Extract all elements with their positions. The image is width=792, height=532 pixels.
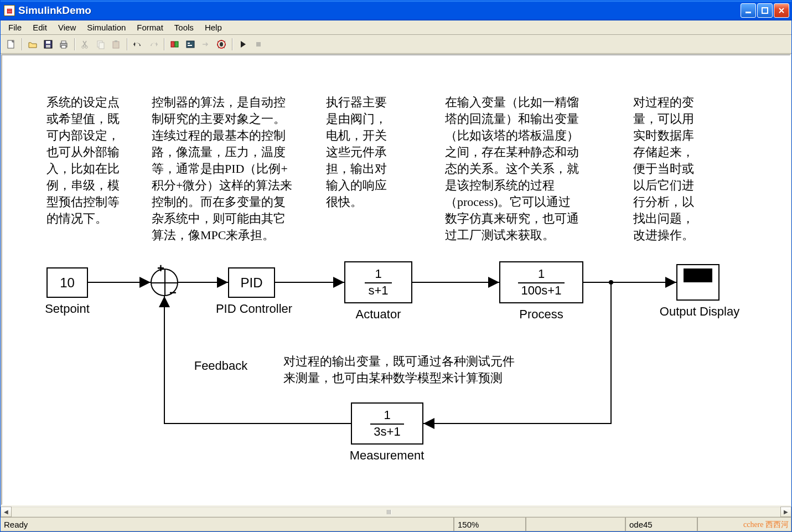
titlebar[interactable]: ▤ SimulinkDemo [1, 1, 791, 20]
svg-rect-16 [175, 42, 178, 47]
measurement-numerator: 1 [384, 408, 390, 423]
svg-point-28 [609, 280, 613, 285]
horizontal-scrollbar[interactable]: ◀ ▶ [1, 506, 791, 517]
paste-icon[interactable] [109, 37, 123, 51]
toolbar-separator [127, 38, 127, 50]
block-pid[interactable]: PID [228, 267, 275, 298]
toolbar-separator [232, 38, 232, 50]
label-feedback: Feedback [188, 359, 254, 373]
watermark: cchere 西西河 [743, 520, 789, 530]
save-icon[interactable] [41, 37, 55, 51]
svg-rect-19 [188, 45, 192, 46]
window-buttons [741, 3, 789, 18]
sum-minus-sign: − [169, 286, 177, 300]
svg-rect-12 [99, 43, 104, 49]
block-measurement[interactable]: 1 3s+1 [351, 402, 423, 445]
process-denominator: 100s+1 [518, 282, 565, 298]
status-ready: Ready [1, 518, 454, 531]
window-title: SimulinkDemo [18, 4, 741, 17]
svg-rect-1 [762, 8, 768, 13]
label-pid: PID Controller [213, 302, 296, 316]
library-browser-icon[interactable] [168, 37, 182, 51]
status-grip: cchere 西西河 [697, 518, 791, 531]
annotation-process[interactable]: 在输入变量（比如一精馏 塔的回流量）和输出变量 （比如该塔的塔板温度） 之间，存… [445, 94, 605, 244]
undo-icon[interactable] [131, 37, 145, 51]
open-icon[interactable] [25, 37, 40, 51]
annotation-measurement[interactable]: 对过程的输出变量，既可通过各种测试元件 来测量，也可由某种数学模型来计算预测 [283, 353, 549, 386]
pid-text: PID [240, 275, 262, 291]
menu-simulation[interactable]: Simulation [81, 22, 131, 33]
print-icon[interactable] [56, 37, 71, 51]
minimize-button[interactable] [741, 3, 756, 18]
svg-rect-13 [113, 42, 119, 48]
app-window: ▤ SimulinkDemo File Edit View Simulation… [0, 0, 792, 532]
copy-icon[interactable] [94, 37, 108, 51]
toolbar-separator [22, 38, 22, 50]
measurement-denominator: 3s+1 [370, 423, 403, 439]
maximize-button[interactable] [757, 3, 773, 18]
sum-plus-sign: + [157, 261, 164, 276]
toolbar-separator [164, 38, 164, 50]
scroll-thumb-grip [381, 508, 397, 515]
app-icon: ▤ [4, 5, 15, 16]
block-scope[interactable] [676, 264, 719, 301]
svg-rect-8 [61, 45, 66, 48]
status-solver: ode45 [625, 518, 697, 531]
block-actuator[interactable]: 1 s+1 [344, 261, 412, 303]
status-zoom: 150% [454, 518, 526, 531]
menu-edit[interactable]: Edit [27, 22, 53, 33]
label-setpoint: Setpoint [38, 302, 96, 316]
svg-rect-18 [188, 43, 190, 44]
stop-icon[interactable] [251, 37, 266, 51]
annotation-output[interactable]: 对过程的变 量，可以用 实时数据库 存储起来， 便于当时或 以后它们进 行分析，… [633, 94, 716, 244]
annotation-setpoint[interactable]: 系统的设定点 或希望值，既 可内部设定， 也可从外部输 入，比如在比 例，串级，… [46, 94, 141, 227]
svg-rect-5 [46, 45, 50, 48]
model-canvas[interactable]: 系统的设定点 或希望值，既 可内部设定， 也可从外部输 入，比如在比 例，串级，… [1, 54, 791, 505]
menu-file[interactable]: File [3, 22, 27, 33]
actuator-denominator: s+1 [365, 282, 391, 298]
menubar: File Edit View Simulation Format Tools H… [1, 20, 791, 35]
svg-point-21 [220, 42, 223, 47]
toolbar-separator [74, 38, 75, 50]
redo-icon[interactable] [146, 37, 161, 51]
new-icon[interactable] [4, 37, 18, 51]
svg-rect-22 [256, 42, 261, 47]
label-scope: Output Display [650, 304, 749, 319]
statusbar: Ready 150% ode45 cchere 西西河 [1, 517, 791, 531]
scope-screen-icon [684, 268, 712, 282]
menu-format[interactable]: Format [131, 22, 169, 33]
block-process[interactable]: 1 100s+1 [499, 261, 583, 303]
menu-view[interactable]: View [53, 22, 81, 33]
close-button[interactable] [774, 3, 789, 18]
model-explorer-icon[interactable] [183, 37, 198, 51]
annotation-controller[interactable]: 控制器的算法，是自动控 制研究的主要对象之一。 连续过程的最基本的控制 路，像流… [152, 94, 312, 244]
toolbar [1, 35, 791, 54]
status-empty [526, 518, 625, 531]
svg-rect-4 [46, 41, 50, 44]
scroll-left-icon[interactable]: ◀ [1, 507, 12, 517]
menu-tools[interactable]: Tools [169, 22, 199, 33]
label-measurement: Measurement [343, 448, 431, 463]
svg-rect-0 [746, 12, 751, 13]
svg-rect-7 [61, 41, 66, 43]
svg-rect-17 [187, 41, 194, 48]
play-icon[interactable] [236, 37, 250, 51]
debug-icon[interactable] [214, 37, 229, 51]
label-actuator: Actuator [344, 307, 412, 322]
setpoint-value: 10 [60, 275, 75, 291]
scroll-track[interactable] [12, 507, 780, 517]
svg-rect-14 [115, 40, 117, 42]
block-setpoint[interactable]: 10 [46, 267, 88, 298]
port-signal-icon[interactable] [199, 37, 213, 51]
scroll-right-icon[interactable]: ▶ [780, 507, 791, 517]
label-process: Process [499, 307, 583, 322]
cut-icon[interactable] [78, 37, 92, 51]
process-numerator: 1 [538, 267, 545, 282]
actuator-numerator: 1 [375, 267, 381, 282]
annotation-actuator[interactable]: 执行器主要 是由阀门， 电机，开关 这些元件承 担，输出对 输入的响应 很快。 [326, 94, 409, 210]
menu-help[interactable]: Help [199, 22, 227, 33]
svg-rect-15 [171, 42, 174, 47]
